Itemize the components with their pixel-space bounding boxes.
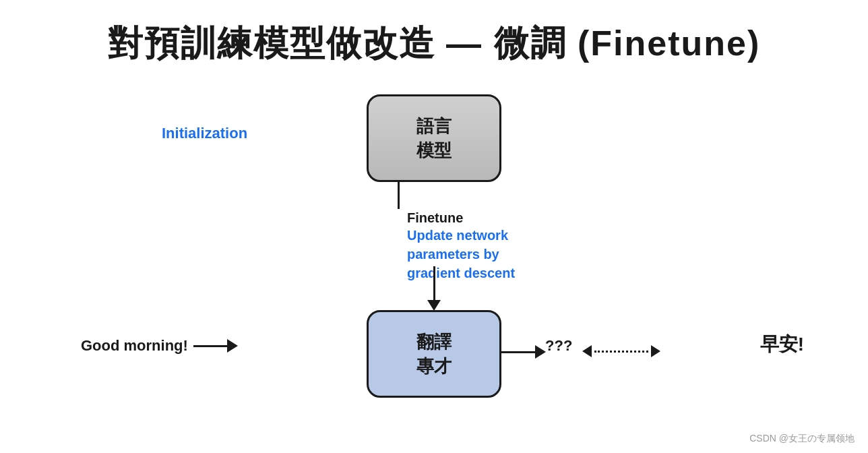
slide-title: 對預訓練模型做改造 — 微調 (Finetune) (27, 20, 841, 67)
watermark: CSDN @女王の专属领地 (749, 433, 855, 445)
input-area: Good morning! (81, 337, 238, 355)
output-head (535, 345, 546, 359)
slide-container: 對預訓練模型做改造 — 微調 (Finetune) Initialization… (0, 0, 868, 453)
dotted-arrow-left-head (582, 345, 592, 357)
input-arrow-head (227, 339, 238, 353)
diagram-area: Initialization 語言模型 Finetune Update netw… (27, 88, 841, 445)
translation-model-box: 翻譯專才 (367, 310, 501, 398)
update-label-line1: Update network parameters by (407, 226, 535, 264)
language-model-box: 語言模型 (367, 94, 501, 182)
connector-line-top (398, 182, 400, 209)
arrow-down (427, 266, 441, 311)
finetune-label-area: Finetune Update network parameters by gr… (407, 210, 535, 282)
dotted-arrow-right-head (651, 345, 660, 357)
input-label: Good morning! (81, 337, 188, 355)
dotted-line (594, 351, 648, 353)
finetune-label: Finetune (407, 210, 535, 226)
arrow-line-down (433, 266, 435, 300)
output-arrow-right (501, 345, 546, 359)
arrow-head-down (427, 300, 441, 311)
result-label: 早安! (760, 332, 804, 357)
lang-model-text: 語言模型 (416, 114, 452, 163)
input-arrow-line (193, 345, 227, 347)
initialization-label: Initialization (162, 125, 247, 142)
update-label-line2: gradient descent (407, 264, 535, 282)
input-arrow (193, 339, 238, 353)
dotted-arrow-area (582, 345, 660, 357)
output-qqq-label: ??? (545, 337, 572, 355)
output-line (501, 351, 535, 353)
trans-model-text: 翻譯專才 (416, 330, 452, 379)
